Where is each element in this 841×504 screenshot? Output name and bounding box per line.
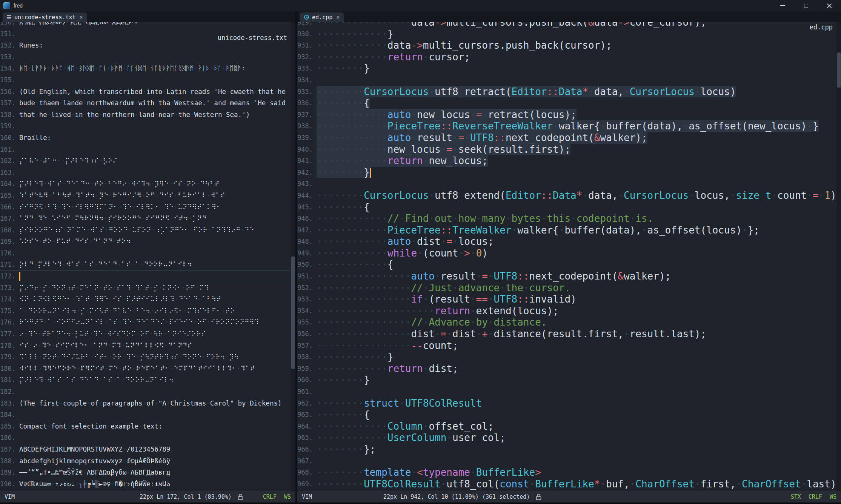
code-line[interactable]: 171.⡕⠇⠙·⡍⠜⠇⠑⠹·⠺⠁⠎·⠁⠎·⠙⠑⠁⠙·⠁⠎·⠁·⠙⠕⠕⠗⠤⠝⠁⠊⠇… — [0, 259, 290, 270]
code-line[interactable]: 158.that·he·lived·in·the·northern·land·n… — [0, 109, 290, 121]
left-editor[interactable]: 150.እግዜር·የከፈተውን·ጉሮሮ·ሳይዘጋው·አይድርም።151.152.… — [0, 22, 295, 491]
code-line[interactable]: 182. — [0, 386, 290, 398]
titlebar[interactable]: fred × — [0, 0, 841, 11]
code-line[interactable]: 962.········struct·UTF8ColResult — [297, 398, 836, 409]
code-line[interactable]: 940.············new_locus·=·seek(result.… — [297, 144, 836, 155]
close-button[interactable]: × — [818, 0, 841, 11]
code-line[interactable]: 952.················//·Just·advance·the·… — [297, 282, 836, 294]
code-line[interactable]: 176.⠗⠑⠛⠜⠙·⠁·⠊⠕⠋⠋⠔⠤⠝⠁⠊⠇·⠁⠎·⠹⠑·⠙⠑⠁⠙⠑⠌·⠏⠊⠑⠊… — [0, 317, 290, 328]
maximize-button[interactable] — [794, 0, 818, 11]
code-line[interactable]: 958.············} — [297, 351, 836, 363]
code-line[interactable]: 157.bude·thaem·lande·northweardum·with·t… — [0, 97, 290, 109]
code-line[interactable]: 187.ABCDEFGHIJKLMNOPQRSTUVWXYZ·/01234567… — [0, 444, 290, 455]
code-line[interactable]: 188.abcdefghijklmnopqrstuvwxyz·£©µÀÆÖÞßé… — [0, 455, 290, 467]
tab-close-icon[interactable]: × — [80, 14, 83, 21]
minimize-button[interactable] — [771, 0, 794, 11]
right-ws-indicator[interactable]: WS — [830, 493, 836, 500]
code-line[interactable]: 964.············Column·offset_col; — [297, 421, 836, 432]
code-line[interactable]: 150.እግዜር·የከፈተውን·ጉሮሮ·ሳይዘጋው·አይድርም። — [0, 22, 290, 28]
code-line[interactable]: 946.············//·Find·out·how·many·byt… — [297, 213, 836, 224]
code-line[interactable]: 944.········CursorLocus·utf8_extend(Edit… — [297, 190, 836, 201]
code-line[interactable]: 930.············} — [297, 28, 836, 40]
line-number: 938. — [297, 120, 317, 132]
tab-close-icon[interactable]: × — [336, 14, 340, 21]
code-line[interactable]: 161. — [0, 144, 290, 155]
code-line[interactable]: 960.········} — [297, 374, 836, 386]
code-line[interactable]: 177.⠔·⠹⠑·⠞⠗⠁⠙⠑⠲·⡃⠥⠞·⠹⠑·⠺⠊⠎⠙⠕⠍·⠕⠋·⠳⠗·⠁⠝⠊⠑… — [0, 328, 290, 340]
code-line[interactable]: 961. — [297, 386, 836, 398]
code-line[interactable]: 159. — [0, 120, 290, 132]
code-line[interactable]: 162.⡌⠁⠧⠑·⠼⠁⠒··⡍⠜⠇⠑⠹⠰⠎·⡣⠕⠌ — [0, 155, 290, 167]
code-line[interactable]: 932.············return·cursor; — [297, 51, 836, 63]
code-line[interactable]: 931.············data->multi_cursors.push… — [297, 40, 836, 51]
code-line[interactable]: 939.············auto·result·=·UTF8::next… — [297, 132, 836, 144]
code-line[interactable]: 153. — [0, 51, 290, 63]
code-line[interactable]: 947.············PieceTree::TreeWalker·wa… — [297, 224, 836, 236]
code-line[interactable]: 942.········} — [297, 167, 836, 178]
code-line[interactable]: 937.············auto·new_locus·=·retract… — [297, 109, 836, 121]
code-line[interactable]: 181.⡍⠜⠇⠑⠹·⠺⠁⠎·⠁⠎·⠙⠑⠁⠙·⠁⠎·⠁·⠙⠕⠕⠗⠤⠝⠁⠊⠇⠲ — [0, 374, 290, 386]
code-line[interactable]: 966.········}; — [297, 444, 836, 455]
syntax-indicator[interactable]: STX — [791, 493, 801, 500]
code-line[interactable]: 165.⠱⠁⠞⠑⠧⠻·⠁⠃⠳⠞·⠹⠁⠞⠲·⡹⠑·⠗⠑⠛⠊⠌⠻·⠕⠋·⠙⠊⠎·⠃⠥… — [0, 190, 290, 201]
code-line[interactable]: 954.····················return·extend(lo… — [297, 305, 836, 317]
code-line[interactable]: 168.⡎⠊⠗⠕⠕⠛⠑⠰⠎·⠝⠁⠍⠑·⠺⠁⠎·⠛⠕⠕⠙·⠥⠏⠕⠝·⠰⡡⠁⠝⠛⠑⠂… — [0, 224, 290, 236]
code-line[interactable]: 155. — [0, 74, 290, 86]
code-line[interactable]: 936.········{ — [297, 97, 836, 109]
code-line[interactable]: 955.················//·Advance·by·distan… — [297, 317, 836, 328]
left-ws-indicator[interactable]: WS — [284, 493, 291, 500]
code-line[interactable]: 938.············PieceTree::ReverseTreeWa… — [297, 120, 836, 132]
code-line[interactable]: 968.········template·<typename·BufferLik… — [297, 467, 836, 478]
code-line[interactable]: 154.ᚻᛖ·ᚳᚹᚫᚦ·ᚦᚫᛏ·ᚻᛖ·ᛒᚢᛞᛖ·ᚩᚾ·ᚦᚫᛗ·ᛚᚪᚾᛞᛖ·ᚾᚩᚱ… — [0, 63, 290, 74]
code-line[interactable]: 173.⡍⠔⠙⠖·⡊·⠙⠕⠝⠰⠞·⠍⠑⠁⠝·⠞⠕·⠎⠁⠹·⠹⠁⠞·⡊·⠅⠝⠪⠂·… — [0, 282, 290, 294]
code-line[interactable]: 170. — [0, 247, 290, 259]
left-eol-indicator[interactable]: CRLF — [263, 493, 277, 500]
tab-unicode-stress-txt[interactable]: unicode-stress.txt × — [3, 12, 87, 22]
code-line[interactable]: 945.········{ — [297, 201, 836, 213]
code-line[interactable]: 957.················--count; — [297, 340, 836, 352]
code-line[interactable]: 166.⠎⠊⠛⠝⠫·⠃⠹·⠹⠑·⠊⠇⠻⠛⠹⠍⠁⠝⠂·⠹⠑·⠊⠇⠻⠅⠂·⠹⠑·⠥⠝… — [0, 201, 290, 213]
code-line[interactable]: 160.Braille: — [0, 132, 290, 144]
code-line[interactable]: 172. — [0, 270, 290, 282]
code-line[interactable]: 965.············UserColumn·user_col; — [297, 432, 836, 444]
code-line[interactable]: 933.········} — [297, 63, 836, 74]
code-line[interactable]: 156.(Old·English,·which·transcribed·into… — [0, 86, 290, 98]
right-eol-indicator[interactable]: CRLF — [809, 493, 822, 500]
left-scrollbar[interactable] — [291, 22, 295, 491]
right-scrollbar-thumb[interactable] — [837, 52, 841, 88]
code-line[interactable]: 935.········CursorLocus·utf8_retract(Edi… — [297, 86, 836, 98]
code-line[interactable]: 948.············auto·dist·=·locus; — [297, 236, 836, 247]
code-line[interactable]: 178.⠊⠎·⠔·⠹⠑·⠎⠊⠍⠊⠇⠑⠂·⠁⠝⠙·⠍⠹·⠥⠝⠙⠁⠇⠇⠪⠫·⠙⠁⠝⠙… — [0, 340, 290, 352]
code-line[interactable]: 941.············return·new_locus; — [297, 155, 836, 167]
code-line[interactable]: 184. — [0, 409, 290, 421]
code-line[interactable]: 969.········UTF8ColResult·utf8_col(const… — [297, 478, 836, 490]
code-line[interactable]: 164.⡍⠜⠇⠑⠹·⠺⠁⠎·⠙⠑⠁⠙⠒·⠞⠕·⠃⠑⠛⠔·⠺⠊⠹⠲·⡹⠻⠑·⠊⠎·… — [0, 178, 290, 190]
code-line[interactable]: 185.Compact·font·selection·example·text: — [0, 421, 290, 432]
code-line[interactable]: 174.⠪⠝·⠅⠝⠪⠇⠫⠛⠑⠂·⠱⠁⠞·⠹⠻⠑·⠊⠎·⠏⠜⠞⠊⠊⠥⠇⠜⠇⠹·⠙⠑… — [0, 293, 290, 305]
code-line[interactable]: 179.⠩⠁⠇⠇·⠝⠕⠞·⠙⠊⠌⠥⠗⠃·⠊⠞⠂·⠕⠗·⠹⠑·⡊⠳⠝⠞⠗⠹⠰⠎·⠙… — [0, 351, 290, 363]
code-line[interactable]: 929.················data->multi_cursors.… — [297, 22, 836, 28]
code-line[interactable]: 950.············{ — [297, 259, 836, 270]
code-line[interactable]: 180.⠺⠊⠇⠇·⠹⠻⠑⠋⠕⠗⠑·⠏⠻⠍⠊⠞·⠍⠑·⠞⠕·⠗⠑⠏⠑⠁⠞⠂·⠑⠍⠏… — [0, 363, 290, 375]
code-line[interactable]: 959.············return·dist; — [297, 363, 836, 375]
code-line[interactable]: 163. — [0, 167, 290, 178]
right-scrollbar[interactable] — [836, 22, 841, 491]
code-line[interactable]: 167.⠁⠝⠙·⠹⠑·⠡⠊⠑⠋·⠍⠳⠗⠝⠻⠲·⡎⠊⠗⠕⠕⠛⠑·⠎⠊⠛⠝⠫·⠊⠞⠲… — [0, 213, 290, 224]
code-line[interactable]: 169.⠡⠕⠎⠑·⠞⠕·⠏⠥⠞·⠙⠊⠎·⠙⠁⠝⠙·⠞⠕⠲ — [0, 236, 290, 247]
left-scrollbar-thumb[interactable] — [291, 257, 295, 369]
code-line[interactable]: 949.············while·(count·>·0) — [297, 247, 836, 259]
code-line[interactable]: 951.················auto·result·=·UTF8::… — [297, 270, 836, 282]
code-line[interactable]: 175.⠁·⠙⠕⠕⠗⠤⠝⠁⠊⠇⠲·⡊·⠍⠊⠣⠞·⠙⠁⠧⠑·⠃⠑⠲·⠔⠊⠇⠔⠫⠂·… — [0, 305, 290, 317]
code-line[interactable]: 186. — [0, 432, 290, 444]
code-line[interactable]: 953.················if·(result·==·UTF8::… — [297, 293, 836, 305]
code-line[interactable]: 190.∀∂∈ℝ∧∪≡∞·↑↗↨↻⇣·┐┼╔╘░►☺♀·ﬁ�⑀₂ἠḂӥẄɐː⍎א… — [0, 478, 290, 490]
code-line[interactable]: 183.(The·first·couple·of·paragraphs·of·"… — [0, 398, 290, 409]
code-line[interactable]: 934. — [297, 74, 836, 86]
code-line[interactable]: 943. — [297, 178, 836, 190]
code-line[interactable]: 963.········{ — [297, 409, 836, 421]
right-editor[interactable]: 929.················data->multi_cursors.… — [297, 22, 841, 491]
code-line[interactable]: 956.················dist·=·dist·+·distan… — [297, 328, 836, 340]
tab-ed-cpp[interactable]: ed.cpp × — [300, 12, 344, 22]
code-line[interactable]: 967. — [297, 455, 836, 467]
code-line[interactable]: 189.–—‘“”„†•…‰™œŠŸž€·ΑΒΓΔΩαβγδω·АБВГДабв… — [0, 467, 290, 478]
